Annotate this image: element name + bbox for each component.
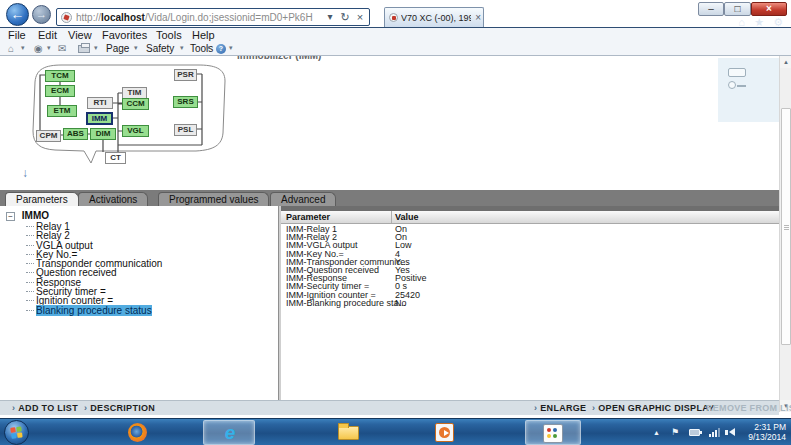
module-etm[interactable]: ETM: [47, 105, 77, 117]
print-icon[interactable]: [78, 45, 90, 53]
menu-tools[interactable]: Tools: [156, 29, 182, 41]
feeds-dropdown-icon[interactable]: ▾: [47, 44, 51, 52]
home-page-icon[interactable]: ⌂: [8, 43, 14, 54]
page-menu-button[interactable]: Page: [106, 43, 129, 54]
tree-root[interactable]: − IMMO: [6, 210, 49, 221]
forward-button[interactable]: →: [32, 5, 51, 24]
menu-edit[interactable]: Edit: [38, 29, 57, 41]
enlarge-button[interactable]: ›ENLARGE: [534, 403, 586, 413]
minimize-button[interactable]: –: [698, 2, 724, 16]
module-psl[interactable]: PSL: [174, 124, 197, 136]
module-abs[interactable]: ABS: [63, 128, 88, 140]
scroll-down-arrow-icon[interactable]: ↓: [18, 166, 32, 180]
menu-file[interactable]: File: [8, 29, 26, 41]
open-graphic-display-button[interactable]: ›OPEN GRAPHIC DISPLAY: [592, 403, 715, 413]
link-arrow-icon: ›: [534, 403, 537, 413]
menu-bar: File Edit View Favorites Tools Help: [0, 28, 791, 42]
vertical-scrollbar[interactable]: ▲ ▼: [779, 56, 791, 412]
print-dropdown-icon[interactable]: ▾: [94, 44, 98, 52]
back-button[interactable]: ←: [6, 3, 29, 26]
network-signal-icon[interactable]: [709, 428, 721, 437]
start-button[interactable]: [4, 420, 29, 445]
table-row[interactable]: IMM-Relay 1On: [281, 225, 779, 233]
tab-activations[interactable]: Activations: [78, 192, 148, 206]
tools-dropdown-icon[interactable]: ▾: [206, 44, 210, 52]
address-bar[interactable]: http://localhost/Vida/Login.do;jsessioni…: [56, 8, 370, 26]
tray-expand-icon[interactable]: ▲: [653, 429, 660, 436]
battery-icon[interactable]: [689, 429, 700, 436]
safety-dropdown-icon[interactable]: ▾: [180, 44, 184, 52]
site-favicon-icon: [61, 12, 72, 23]
internet-explorer-icon: e: [220, 422, 240, 444]
tab-parameters[interactable]: Parameters: [5, 192, 79, 206]
vida-page: Immobilizer (IMM) TCM ECM ETM RTI TIM CC…: [0, 56, 791, 418]
refresh-icon[interactable]: ↻: [338, 11, 352, 24]
module-psr[interactable]: PSR: [174, 69, 197, 81]
collapse-expander-icon[interactable]: −: [6, 212, 15, 221]
remove-from-list-button-disabled: REMOVE FROM LIST: [706, 403, 791, 413]
parameter-value-panel: Parameter Value IMM-Relay 1On IMM-Relay …: [281, 206, 779, 400]
link-arrow-icon: ›: [592, 403, 595, 413]
volume-icon[interactable]: [729, 428, 735, 436]
module-tcm[interactable]: TCM: [45, 70, 75, 82]
browser-tab[interactable]: V70 XC (-00), 1999, B5254T, ... ×: [384, 7, 484, 27]
window-controls: –□×: [698, 2, 787, 16]
taskbar-paint-button[interactable]: [525, 420, 581, 445]
module-ct[interactable]: CT: [105, 152, 126, 164]
table-row[interactable]: IMM-Blanking procedure sta...No: [281, 299, 779, 307]
feeds-icon[interactable]: ◉: [34, 43, 43, 54]
stop-icon[interactable]: ×: [353, 11, 367, 23]
tab-programmed-values[interactable]: Programmed values: [158, 192, 269, 206]
desktop-screen: ← → http://localhost/Vida/Login.do;jsess…: [0, 0, 791, 445]
module-srs[interactable]: SRS: [173, 96, 198, 108]
description-button[interactable]: ›DESCRIPTION: [84, 403, 155, 413]
table-row[interactable]: IMM-VGLA outputLow: [281, 241, 779, 249]
module-imm-selected[interactable]: IMM: [86, 112, 113, 125]
tab-advanced[interactable]: Advanced: [270, 192, 336, 206]
add-to-list-button[interactable]: ›ADD TO LIST: [12, 403, 78, 413]
tree-root-label: IMMO: [22, 210, 49, 221]
menu-favorites[interactable]: Favorites: [102, 29, 147, 41]
module-ecm[interactable]: ECM: [45, 85, 75, 97]
link-arrow-icon: ›: [12, 403, 15, 413]
action-center-flag-icon[interactable]: ⚑: [671, 427, 679, 437]
keycard-icon: [728, 68, 746, 77]
help-icon[interactable]: ?: [216, 44, 226, 54]
taskbar-explorer-button[interactable]: [330, 420, 368, 445]
taskbar-firefox-button[interactable]: [120, 420, 156, 445]
menu-help[interactable]: Help: [192, 29, 215, 41]
column-header-value[interactable]: Value: [395, 212, 419, 222]
table-row[interactable]: IMM-Question receivedYes: [281, 266, 779, 274]
clock-date: 9/13/2014: [738, 432, 786, 442]
windows-logo-icon: [10, 426, 24, 440]
scrollbar-up-icon[interactable]: ▲: [780, 56, 791, 68]
key-icon: [728, 81, 736, 89]
taskbar-internet-explorer-button[interactable]: e: [203, 420, 255, 445]
firefox-icon: [128, 423, 147, 442]
grid-header: Parameter Value: [281, 211, 779, 224]
taskbar-media-player-button[interactable]: [428, 420, 462, 445]
module-vgl[interactable]: VGL: [122, 125, 149, 137]
scrollbar-thumb[interactable]: [781, 108, 791, 345]
menu-view[interactable]: View: [68, 29, 92, 41]
page-dropdown-icon[interactable]: ▾: [134, 44, 138, 52]
address-dropdown-icon[interactable]: ▾: [323, 11, 337, 22]
module-rti[interactable]: RTI: [87, 97, 113, 109]
safety-menu-button[interactable]: Safety: [146, 43, 174, 54]
home-icon[interactable]: ⌂: [738, 16, 745, 28]
column-divider[interactable]: [391, 211, 392, 223]
close-button[interactable]: ×: [751, 2, 787, 16]
module-dim[interactable]: DIM: [90, 128, 116, 140]
help-dropdown-icon[interactable]: ▾: [229, 44, 233, 52]
taskbar: e ▲ ⚑ 2:31 PM 9/13/2014: [0, 418, 791, 445]
taskbar-clock[interactable]: 2:31 PM 9/13/2014: [738, 422, 786, 442]
tree-item-selected[interactable]: Blanking procedure status: [26, 306, 162, 315]
maximize-button[interactable]: □: [724, 2, 751, 16]
read-mail-icon[interactable]: ✉: [58, 43, 66, 54]
tab-close-icon[interactable]: ×: [475, 12, 481, 23]
column-header-parameter[interactable]: Parameter: [286, 212, 391, 222]
module-ccm[interactable]: CCM: [122, 98, 149, 110]
home-dropdown-icon[interactable]: ▾: [21, 44, 25, 52]
folder-icon: [338, 426, 359, 440]
module-cpm[interactable]: CPM: [36, 130, 61, 142]
